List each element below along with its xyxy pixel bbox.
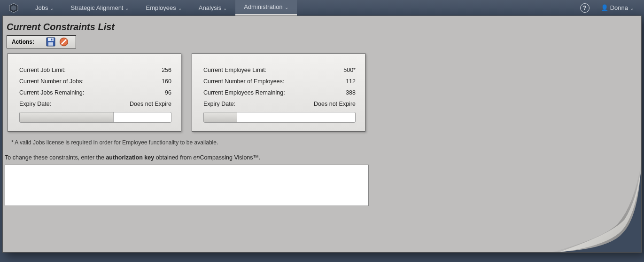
actions-label: Actions: <box>12 39 34 45</box>
user-menu[interactable]: 👤Donna⌄ <box>601 4 634 11</box>
app-logo <box>0 3 27 13</box>
instr-pre: To change these constraints, enter the <box>5 154 106 161</box>
instr-post: Compassing Visions™. <box>200 154 261 161</box>
emp-limit-value: 500* <box>343 67 356 73</box>
emp-limit-label: Current Employee Limit: <box>203 67 266 73</box>
instr-mid: obtained from <box>154 154 193 161</box>
nav-jobs-label: Jobs <box>35 4 48 11</box>
cancel-button[interactable] <box>59 37 69 47</box>
nav-jobs[interactable]: Jobs⌄ <box>27 0 62 16</box>
emp-expiry-label: Expiry Date: <box>203 101 235 107</box>
top-nav: Jobs⌄ Strategic Alignment⌄ Employees⌄ An… <box>0 0 644 16</box>
save-button[interactable] <box>46 37 56 47</box>
page-surface: Current Constraints List Actions: Curren… <box>2 16 642 253</box>
emp-count-value: 112 <box>346 78 356 85</box>
nav-administration[interactable]: Administration⌄ <box>235 0 296 16</box>
instr-ital: en <box>194 154 200 161</box>
chevron-down-icon: ⌄ <box>125 6 129 11</box>
nav-employees-label: Employees <box>146 4 176 11</box>
emp-progress-bar <box>203 112 356 123</box>
emp-remaining-label: Current Employees Remaining: <box>203 89 285 96</box>
instr-bold: authorization key <box>106 154 154 161</box>
emp-remaining-value: 388 <box>346 89 356 96</box>
instruction-text: To change these constraints, enter the a… <box>3 146 641 163</box>
jobs-count-value: 160 <box>162 78 171 85</box>
user-icon: 👤 <box>601 4 608 11</box>
nav-strategic-label: Strategic Alignment <box>70 4 123 11</box>
employees-constraints-panel: Current Employee Limit:500* Current Numb… <box>192 53 365 132</box>
authorization-key-input[interactable] <box>5 165 369 206</box>
svg-rect-5 <box>51 39 53 40</box>
jobs-count-label: Current Number of Jobs: <box>19 78 84 85</box>
page-title: Current Constraints List <box>3 16 641 35</box>
chevron-down-icon: ⌄ <box>178 6 182 11</box>
jobs-progress-fill <box>20 112 114 122</box>
jobs-remaining-value: 96 <box>165 89 171 96</box>
svg-rect-4 <box>48 42 53 46</box>
jobs-remaining-label: Current Jobs Remaining: <box>19 89 84 96</box>
nav-analysis[interactable]: Analysis⌄ <box>190 0 235 16</box>
nav-analysis-label: Analysis <box>199 4 221 11</box>
svg-rect-3 <box>48 38 54 41</box>
license-footnote: * A valid Jobs license is required in or… <box>3 132 641 146</box>
nav-strategic-alignment[interactable]: Strategic Alignment⌄ <box>62 0 137 16</box>
jobs-progress-bar <box>19 112 171 123</box>
jobs-limit-label: Current Job Limit: <box>19 67 66 73</box>
emp-progress-fill <box>204 112 237 122</box>
emp-expiry-value: Does not Expire <box>314 101 356 107</box>
nav-administration-label: Administration <box>244 3 282 10</box>
jobs-expiry-label: Expiry Date: <box>19 101 51 107</box>
logo-icon <box>8 3 19 13</box>
actions-toolbar: Actions: <box>7 35 76 48</box>
jobs-constraints-panel: Current Job Limit:256 Current Number of … <box>8 53 181 132</box>
chevron-down-icon: ⌄ <box>50 6 54 11</box>
nav-employees[interactable]: Employees⌄ <box>137 0 190 16</box>
page-curl-decoration <box>552 163 641 252</box>
help-icon[interactable]: ? <box>580 3 590 13</box>
emp-count-label: Current Number of Employees: <box>203 78 284 85</box>
chevron-down-icon: ⌄ <box>630 6 634 11</box>
cancel-icon <box>59 37 69 47</box>
jobs-expiry-value: Does not Expire <box>130 101 171 107</box>
floppy-icon <box>46 37 55 47</box>
jobs-limit-value: 256 <box>162 67 171 73</box>
chevron-down-icon: ⌄ <box>223 6 227 11</box>
user-name: Donna <box>610 4 628 11</box>
chevron-down-icon: ⌄ <box>285 5 288 10</box>
